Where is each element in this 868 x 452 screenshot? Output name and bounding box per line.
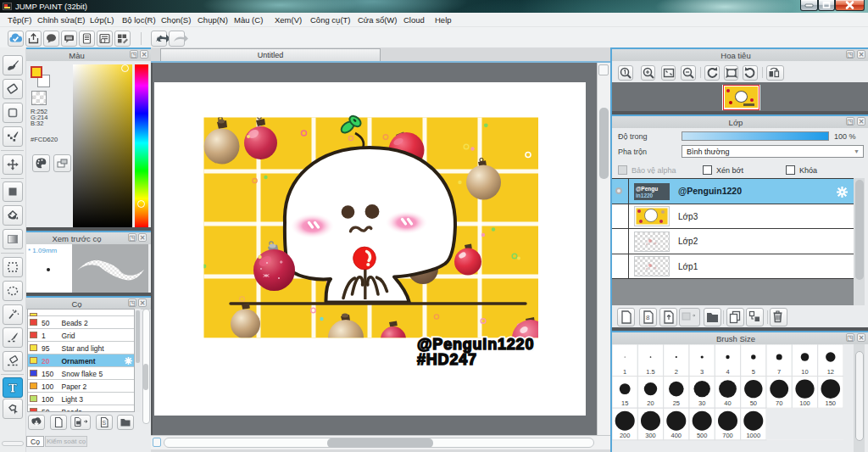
svg-text:2: 2 xyxy=(675,368,678,376)
svg-text:100: 100 xyxy=(799,399,810,407)
svg-text:20: 20 xyxy=(647,399,654,407)
svg-text:700: 700 xyxy=(722,432,733,439)
svg-text:1: 1 xyxy=(623,368,626,376)
svg-text:500: 500 xyxy=(697,432,708,439)
svg-text:5: 5 xyxy=(752,368,755,376)
svg-text:in1220: in1220 xyxy=(636,193,654,198)
svg-text:3: 3 xyxy=(700,368,704,376)
svg-text:30: 30 xyxy=(698,399,705,407)
svg-text:300: 300 xyxy=(645,432,656,439)
svg-text:1.5: 1.5 xyxy=(646,368,654,376)
svg-text:1000: 1000 xyxy=(746,432,760,439)
svg-text:40: 40 xyxy=(724,399,731,407)
svg-text:8: 8 xyxy=(646,314,650,321)
svg-text:#HD247: #HD247 xyxy=(417,350,477,367)
svg-text:70: 70 xyxy=(776,399,782,407)
svg-text:10: 10 xyxy=(801,368,808,376)
svg-text:4: 4 xyxy=(726,368,729,376)
svg-text:150: 150 xyxy=(826,399,837,407)
svg-text:7: 7 xyxy=(777,368,781,376)
svg-text:400: 400 xyxy=(671,432,682,439)
svg-text:200: 200 xyxy=(620,432,631,439)
svg-text:25: 25 xyxy=(673,399,680,407)
svg-text:15: 15 xyxy=(621,399,628,407)
svg-text:@Pengu: @Pengu xyxy=(636,186,658,193)
svg-text:12: 12 xyxy=(827,368,834,376)
svg-text:50: 50 xyxy=(750,399,757,407)
svg-text:S: S xyxy=(103,420,107,426)
